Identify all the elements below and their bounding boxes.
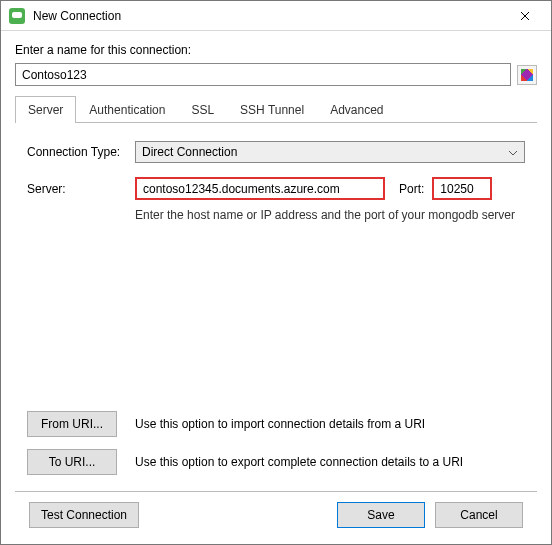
name-prompt: Enter a name for this connection: (15, 43, 537, 57)
tab-server[interactable]: Server (15, 96, 76, 123)
tab-ssh-tunnel[interactable]: SSH Tunnel (227, 96, 317, 123)
to-uri-desc: Use this option to export complete conne… (135, 455, 525, 469)
titlebar: New Connection (1, 1, 551, 31)
name-row (15, 63, 537, 86)
server-row: Server: Port: (27, 177, 525, 200)
to-uri-button[interactable]: To URI... (27, 449, 117, 475)
dialog-footer: Test Connection Save Cancel (15, 492, 537, 540)
window-title: New Connection (33, 9, 505, 23)
from-uri-row: From URI... Use this option to import co… (27, 411, 525, 437)
color-picker-button[interactable] (517, 65, 537, 85)
connection-type-label: Connection Type: (27, 145, 135, 159)
server-hint: Enter the host name or IP address and th… (135, 208, 525, 222)
test-connection-button[interactable]: Test Connection (29, 502, 139, 528)
connection-type-select[interactable]: Direct Connection (135, 141, 525, 163)
close-button[interactable] (505, 2, 545, 30)
tab-advanced[interactable]: Advanced (317, 96, 396, 123)
content-spacer (27, 222, 525, 399)
connection-type-row: Connection Type: Direct Connection (27, 141, 525, 163)
dialog-body: Enter a name for this connection: Server… (1, 31, 551, 544)
connection-type-value: Direct Connection (142, 145, 237, 159)
color-swatch-icon (521, 69, 533, 81)
server-label: Server: (27, 182, 135, 196)
tab-bar: Server Authentication SSL SSH Tunnel Adv… (15, 96, 537, 123)
tab-authentication[interactable]: Authentication (76, 96, 178, 123)
chevron-down-icon (508, 147, 518, 161)
close-icon (520, 11, 530, 21)
port-label: Port: (399, 182, 424, 196)
connection-name-input[interactable] (15, 63, 511, 86)
to-uri-row: To URI... Use this option to export comp… (27, 449, 525, 475)
tab-content-server: Connection Type: Direct Connection Serve… (15, 123, 537, 492)
from-uri-button[interactable]: From URI... (27, 411, 117, 437)
app-icon (9, 8, 25, 24)
uri-section: From URI... Use this option to import co… (27, 399, 525, 475)
tab-ssl[interactable]: SSL (178, 96, 227, 123)
dialog-window: New Connection Enter a name for this con… (0, 0, 552, 545)
cancel-button[interactable]: Cancel (435, 502, 523, 528)
save-button[interactable]: Save (337, 502, 425, 528)
from-uri-desc: Use this option to import connection det… (135, 417, 525, 431)
server-port-input[interactable] (432, 177, 492, 200)
server-host-input[interactable] (135, 177, 385, 200)
